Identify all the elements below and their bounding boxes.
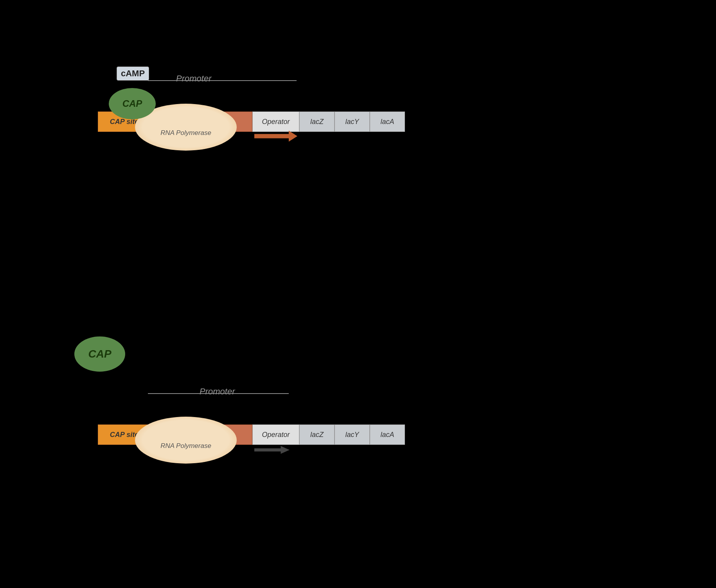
top-diagram: cAMP CAP Promoter RNA Polymerase CAP sit… bbox=[51, 51, 481, 215]
camp-box: cAMP bbox=[117, 67, 149, 81]
lacy-segment-top: lacY bbox=[335, 111, 370, 132]
operator-segment-top: Operator bbox=[252, 111, 299, 132]
cap-label-top: CAP bbox=[122, 98, 142, 109]
lacz-segment-bottom: lacZ bbox=[299, 424, 335, 445]
rna-pol-label-bottom: RNA Polymerase bbox=[160, 442, 211, 450]
lacy-segment-bottom: lacY bbox=[335, 424, 370, 445]
cap-protein-top: CAP bbox=[109, 88, 156, 119]
diagram-container: cAMP CAP Promoter RNA Polymerase CAP sit… bbox=[51, 51, 481, 489]
arrow-body-bottom bbox=[254, 446, 290, 454]
arrow-body-top bbox=[254, 131, 297, 142]
bottom-diagram: CAP Promoter RNA Polymerase CAP site Ope… bbox=[51, 325, 481, 489]
promoter-line-top bbox=[148, 80, 297, 81]
rna-polymerase-bottom: RNA Polymerase bbox=[135, 417, 237, 464]
lacy-label-top: lacY bbox=[345, 118, 359, 126]
cap-site-label-bottom: CAP site bbox=[110, 431, 139, 439]
cap-label-bottom: CAP bbox=[88, 348, 111, 360]
promoter-label-top: Promoter bbox=[176, 74, 211, 84]
operator-label-bottom: Operator bbox=[262, 431, 290, 439]
operator-segment-bottom: Operator bbox=[252, 424, 299, 445]
laca-segment-top: lacA bbox=[370, 111, 405, 132]
laca-label-top: lacA bbox=[380, 118, 394, 126]
laca-segment-bottom: lacA bbox=[370, 424, 405, 445]
promoter-line-bottom bbox=[148, 393, 289, 394]
cap-protein-bottom: CAP bbox=[74, 336, 125, 372]
lacz-segment-top: lacZ bbox=[299, 111, 335, 132]
lacz-label-bottom: lacZ bbox=[310, 431, 324, 439]
lacy-label-bottom: lacY bbox=[345, 431, 359, 439]
rna-pol-label-top: RNA Polymerase bbox=[160, 129, 211, 137]
promoter-label-bottom: Promoter bbox=[200, 387, 235, 397]
camp-label: cAMP bbox=[121, 68, 145, 78]
laca-label-bottom: lacA bbox=[380, 431, 394, 439]
lacz-label-top: lacZ bbox=[310, 118, 324, 126]
operator-label-top: Operator bbox=[262, 118, 290, 126]
